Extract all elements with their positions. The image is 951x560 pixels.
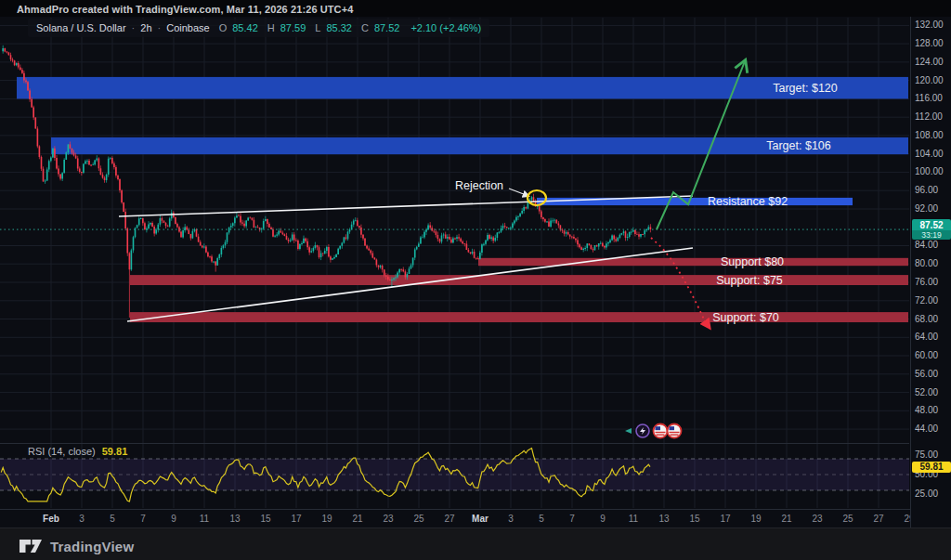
price-axis-label: 44.00 xyxy=(915,423,938,434)
rsi-value-badge: 59.81 xyxy=(912,462,951,473)
time-axis-label: Feb xyxy=(39,514,63,524)
price-axis[interactable]: 87.52 33:19 59.81 132.00128.00124.00120.… xyxy=(910,17,951,527)
time-axis-label: 27 xyxy=(437,514,462,524)
time-axis-label: 21 xyxy=(345,514,370,524)
open-value: 85.42 xyxy=(232,22,258,33)
flag-canton xyxy=(656,426,661,430)
rsi-axis-label: 75.00 xyxy=(915,449,938,460)
time-axis-label: 11 xyxy=(621,514,645,524)
band-resistance-92[interactable] xyxy=(537,198,853,205)
time-axis-label: 13 xyxy=(652,514,676,524)
rsi-axis-label: 25.00 xyxy=(915,488,938,499)
price-axis-label: 76.00 xyxy=(915,277,938,287)
band-label-target-106[interactable]: Target: $106 xyxy=(766,139,831,152)
exchange-label: Coinbase xyxy=(166,22,209,33)
last-price-badge: 87.52 33:19 xyxy=(912,219,951,240)
high-label: H xyxy=(267,22,275,33)
price-axis-label: 116.00 xyxy=(915,93,943,103)
price-axis-label: 92.00 xyxy=(915,203,938,214)
price-axis-label: 84.00 xyxy=(915,240,938,250)
footer-bar: TradingView xyxy=(0,527,951,560)
price-axis-label: 112.00 xyxy=(915,111,943,122)
price-axis-label: 60.00 xyxy=(915,350,938,360)
band-label-support-70[interactable]: Support: $70 xyxy=(712,311,779,324)
legend-separator: · xyxy=(158,22,162,33)
time-axis-label: 7 xyxy=(131,514,155,524)
trendline-drawings[interactable] xyxy=(119,189,693,321)
band-label-support-80[interactable]: Support $80 xyxy=(721,255,784,268)
price-axis-label: 128.00 xyxy=(915,38,944,48)
interval-label[interactable]: 2h xyxy=(140,22,151,33)
time-axis-label: 15 xyxy=(683,514,707,524)
price-axis-label: 132.00 xyxy=(915,20,944,30)
time-axis-label: 25 xyxy=(407,514,431,524)
price-axis-label: 104.00 xyxy=(915,149,944,159)
time-axis-label: 13 xyxy=(223,514,247,524)
band-support-80[interactable] xyxy=(478,258,908,266)
open-label: O xyxy=(219,22,228,33)
us-flag-icon[interactable] xyxy=(654,424,668,438)
time-axis-label: 19 xyxy=(744,514,768,524)
time-axis-label: 27 xyxy=(866,514,891,524)
rsi-indicator-legend[interactable]: RSI (14, close) 59.81 xyxy=(28,446,127,457)
legend-separator: · xyxy=(132,22,136,33)
price-axis-label: 48.00 xyxy=(915,405,938,415)
resistance-band-drawing[interactable] xyxy=(537,198,853,205)
low-label: L xyxy=(315,22,320,33)
bar-countdown: 33:19 xyxy=(912,230,951,240)
band-label-target-120[interactable]: Target: $120 xyxy=(773,82,838,95)
time-axis-label: 17 xyxy=(713,514,737,524)
price-axis-label: 64.00 xyxy=(915,332,938,342)
band-support-75[interactable] xyxy=(130,275,908,285)
flag-canton xyxy=(670,426,675,430)
last-price-value: 87.52 xyxy=(912,219,951,230)
band-support-70[interactable] xyxy=(130,312,908,322)
price-axis-label: 72.00 xyxy=(915,295,938,306)
time-axis-label: 17 xyxy=(284,514,308,524)
trendline-wedge-top[interactable] xyxy=(119,196,693,216)
time-axis-label: 11 xyxy=(192,514,216,524)
symbol-legend[interactable]: Solana / U.S. Dollar · 2h · Coinbase O 8… xyxy=(28,19,489,37)
symbol-title[interactable]: Solana / U.S. Dollar xyxy=(36,22,126,33)
time-axis-label: 21 xyxy=(775,514,799,524)
tradingview-logo-icon xyxy=(19,536,43,556)
time-axis-label: 3 xyxy=(499,514,523,524)
tradingview-logo-text: TradingView xyxy=(50,539,134,554)
rejection-annotation-label[interactable]: Rejection xyxy=(455,179,503,192)
price-axis-label: 80.00 xyxy=(915,258,938,268)
price-axis-label: 100.00 xyxy=(915,166,944,176)
price-axis-label: 56.00 xyxy=(915,369,938,379)
time-axis-label: 3 xyxy=(70,514,94,524)
time-axis-label: 25 xyxy=(836,514,860,524)
rejection-pointer-arrow[interactable] xyxy=(509,189,528,196)
time-axis-label: 9 xyxy=(162,514,186,524)
close-label: C xyxy=(361,22,369,33)
time-axis-label: 9 xyxy=(591,514,615,524)
time-axis-label: 23 xyxy=(805,514,829,524)
change-value: +2.10 (+2.46%) xyxy=(410,22,481,33)
high-value: 87.59 xyxy=(280,22,306,33)
time-axis[interactable]: Feb3579111315171921232527Mar357911131517… xyxy=(0,509,914,528)
price-axis-label: 68.00 xyxy=(915,314,938,324)
watermark-text: AhmadPro created with TradingView.com, M… xyxy=(17,4,353,15)
close-value: 87.52 xyxy=(374,22,400,33)
rsi-value: 59.81 xyxy=(102,446,128,457)
time-axis-label: 7 xyxy=(560,514,584,524)
time-axis-label: 5 xyxy=(529,514,554,524)
band-label-support-75[interactable]: Support: $75 xyxy=(716,274,783,287)
price-axis-label: 120.00 xyxy=(915,75,944,85)
band-label-resistance-92[interactable]: Resistance $92 xyxy=(708,195,788,208)
price-axis-label: 108.00 xyxy=(915,130,944,140)
time-axis-label: 23 xyxy=(376,514,400,524)
price-axis-label: 96.00 xyxy=(915,185,938,195)
time-axis-label: 5 xyxy=(100,514,124,524)
us-flag-icon[interactable] xyxy=(668,424,682,438)
price-axis-label: 52.00 xyxy=(915,387,938,397)
rsi-label[interactable]: RSI (14, close) xyxy=(28,446,96,457)
rsi-zone xyxy=(0,459,909,490)
tradingview-logo[interactable]: TradingView xyxy=(19,536,134,556)
time-axis-label: 19 xyxy=(315,514,339,524)
low-value: 85.32 xyxy=(326,22,352,33)
time-axis-label: Mar xyxy=(468,514,492,524)
price-axis-label: 124.00 xyxy=(915,57,944,67)
